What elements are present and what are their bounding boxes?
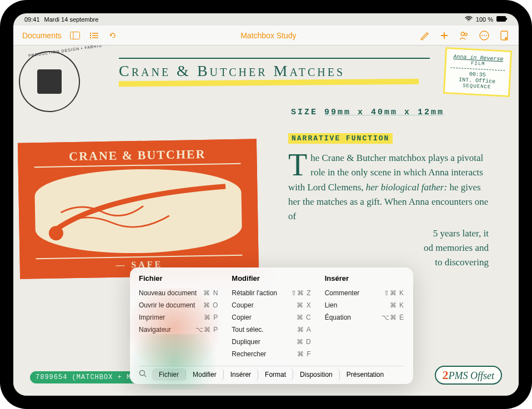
more-icon[interactable] (479, 30, 490, 41)
shortcut-label: Imprimer (139, 314, 165, 321)
svg-point-17 (486, 35, 487, 36)
shortcut-keys: ⌘ D (297, 338, 312, 346)
matchbox-top-text: CRANE & BUTCHER (34, 147, 240, 168)
shortcut-label: Équation (325, 314, 351, 321)
shortcut-tab[interactable]: Fichier (152, 368, 186, 381)
shortcuts-overlay: FichierNouveau document⌘ NOuvrir le docu… (130, 267, 413, 384)
shortcut-label: Commenter (325, 289, 360, 297)
shortcut-row[interactable]: Ouvrir le document⌘ O (139, 299, 218, 311)
shortcut-row[interactable]: Couper⌘ X (232, 299, 311, 311)
pms-offset-badge: 2PMS Offset (435, 366, 503, 385)
shortcut-tab[interactable]: Disposition (293, 368, 340, 381)
narr-text-3b: od memories and (424, 243, 489, 253)
shortcut-tab[interactable]: Insérer (224, 368, 258, 381)
wifi-icon (465, 16, 473, 23)
shortcuts-tabs: FichierModifierInsérerFormatDispositionP… (139, 366, 404, 381)
shortcut-column-header: Fichier (139, 274, 218, 282)
shortcut-keys: ⌘ K (390, 301, 404, 309)
pms-num: 2 (443, 368, 449, 382)
svg-rect-0 (496, 16, 506, 22)
svg-line-22 (144, 375, 146, 377)
shortcut-keys: ⌘ N (203, 289, 218, 297)
shortcut-keys: ⌥⌘ E (382, 314, 404, 321)
title-top-rule (119, 58, 430, 59)
matchbox-image: CRANE & BUTCHER — SAFE (18, 139, 259, 279)
shortcut-label: Rétablir l'action (232, 289, 277, 297)
shortcut-tab[interactable]: Format (258, 368, 293, 381)
shortcut-row[interactable]: Dupliquer⌘ D (232, 336, 311, 348)
svg-point-15 (481, 35, 483, 36)
brush-icon[interactable] (419, 30, 430, 41)
svg-point-12 (461, 32, 464, 36)
shortcut-row[interactable]: Rechercher⌘ F (232, 348, 311, 360)
shortcut-row[interactable]: Imprimer⌘ P (139, 311, 218, 324)
shortcut-column-header: Modifier (232, 274, 311, 282)
shortcut-keys: ⌘ X (297, 301, 311, 309)
app-toolbar: Documents Matchbox Study (13, 26, 519, 46)
collaborate-icon[interactable] (459, 30, 470, 41)
shortcut-tab[interactable]: Modifier (186, 368, 224, 381)
status-date: Mardi 14 septembre (44, 16, 99, 23)
dropcap: T (288, 151, 310, 179)
size-value: 99mm x 40mm x 12mm (324, 108, 444, 117)
shortcut-column: ModifierRétablir l'action⇧⌘ ZCouper⌘ XCo… (232, 274, 311, 360)
shortcut-keys: ⌘ F (297, 350, 312, 358)
shortcut-label: Copier (232, 314, 251, 321)
battery-icon (496, 16, 508, 23)
svg-point-13 (465, 33, 468, 36)
documents-button[interactable]: Documents (22, 31, 62, 40)
shortcut-row[interactable]: Lien⌘ K (325, 299, 404, 311)
narrative-body[interactable]: T he Crane & Butcher matchbox plays a pi… (288, 151, 491, 270)
shortcut-label: Rechercher (232, 350, 266, 358)
shortcut-label: Dupliquer (232, 338, 260, 346)
shortcut-tab[interactable]: Présentation (340, 368, 390, 381)
shortcut-column: InsérerCommenter⇧⌘ KLien⌘ KÉquation⌥⌘ E (325, 274, 404, 360)
status-time: 09:41 (24, 16, 40, 23)
svg-point-6 (90, 34, 91, 36)
svg-point-4 (90, 32, 91, 33)
offset-label: Offset (468, 370, 495, 381)
shortcut-keys: ⌘ O (203, 301, 219, 309)
shortcuts-columns: FichierNouveau document⌘ NOuvrir le docu… (139, 274, 404, 360)
page-settings-icon[interactable] (499, 30, 510, 41)
size-label: SIZE (291, 108, 318, 117)
shortcut-label: Tout sélec. (232, 326, 263, 334)
shortcut-label: Couper (232, 301, 253, 309)
shortcut-keys: ⌘ C (297, 314, 312, 321)
production-stamp: PRODUCTION DESIGN • FABRIG • (15, 47, 84, 116)
shortcut-label: Navigateur (139, 326, 171, 334)
svg-point-16 (484, 35, 485, 36)
shortcut-row[interactable]: Tout sélec.⌘ A (232, 324, 311, 336)
svg-point-19 (505, 37, 507, 39)
sticky-note[interactable]: Anna in Reverse FILM 00:35 INT. Office S… (443, 47, 512, 97)
shortcut-row[interactable]: Nouveau document⌘ N (139, 287, 218, 299)
add-icon[interactable] (439, 30, 450, 41)
pms-label: PMS (449, 370, 468, 381)
search-icon[interactable] (139, 370, 147, 380)
svg-point-21 (140, 371, 145, 376)
shortcut-row[interactable]: Équation⌥⌘ E (325, 311, 404, 324)
shortcut-label: Nouveau document (139, 289, 197, 297)
list-icon[interactable] (88, 30, 99, 41)
document-canvas[interactable]: PRODUCTION DESIGN • FABRIG • Crane & But… (13, 46, 519, 396)
shortcut-keys: ⇧⌘ K (384, 289, 404, 297)
shortcut-keys: ⌘ A (297, 326, 312, 334)
ipad-frame: 09:41 Mardi 14 septembre 100 % Documents (0, 0, 532, 409)
stamp-ring-text: PRODUCTION DESIGN • FABRIG • (28, 46, 106, 58)
narr-text-em: her biological father: (366, 182, 447, 193)
doc-heading: Crane & Butcher Matches (119, 62, 419, 80)
svg-point-8 (90, 37, 91, 38)
svg-rect-2 (70, 32, 79, 39)
shortcut-label: Ouvrir le document (139, 301, 195, 309)
document-title[interactable]: Matchbox Study (118, 31, 419, 40)
undo-icon[interactable] (107, 30, 118, 41)
shortcut-row[interactable]: Navigateur⌥⌘ P (139, 324, 218, 336)
shortcut-keys: ⌘ P (204, 314, 218, 321)
shortcut-row[interactable]: Commenter⇧⌘ K (325, 287, 404, 299)
shortcut-row[interactable]: Rétablir l'action⇧⌘ Z (232, 287, 311, 299)
status-bar: 09:41 Mardi 14 septembre 100 % (13, 13, 519, 26)
shortcut-row[interactable]: Copier⌘ C (232, 311, 311, 324)
svg-rect-1 (506, 18, 507, 20)
narr-text-3a: 5 years later, it (433, 228, 489, 239)
sidebar-icon[interactable] (69, 30, 81, 41)
